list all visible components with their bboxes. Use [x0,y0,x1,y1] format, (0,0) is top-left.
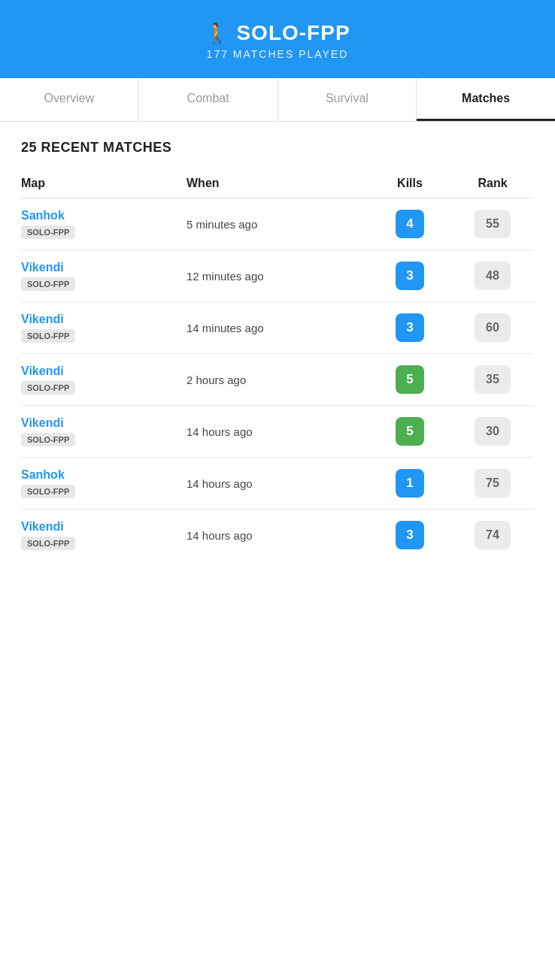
tab-overview[interactable]: Overview [0,78,139,121]
mode-badge: SOLO-FPP [21,485,75,498]
table-row[interactable]: Vikendi SOLO-FPP 14 hours ago 3 74 [21,510,534,561]
header-title-row: 🚶 SOLO-FPP [205,21,350,45]
map-name: Vikendi [21,313,187,326]
table-row[interactable]: Vikendi SOLO-FPP 12 minutes ago 3 48 [21,250,534,302]
table-header: Map When Kills Rank [21,171,534,198]
match-when-col: 12 minutes ago [187,270,368,283]
match-map-col: Sanhok SOLO-FPP [21,468,187,498]
col-header-map: Map [21,177,187,190]
tab-survival[interactable]: Survival [278,78,417,121]
section-title: 25 RECENT MATCHES [21,140,534,156]
map-name: Vikendi [21,261,187,274]
match-when-col: 14 hours ago [187,425,368,438]
match-kills-col: 3 [368,313,451,342]
match-rank-col: 48 [451,262,534,290]
kills-badge: 4 [396,210,424,238]
header-title: SOLO-FPP [236,21,350,45]
table-row[interactable]: Vikendi SOLO-FPP 14 minutes ago 3 60 [21,302,534,354]
rank-badge: 30 [475,417,511,446]
tab-combat[interactable]: Combat [139,78,278,121]
match-when-col: 5 minutes ago [187,218,368,231]
header: 🚶 SOLO-FPP 177 MATCHES PLAYED [0,0,555,78]
match-when-col: 14 minutes ago [187,322,368,334]
rank-badge: 60 [475,313,511,342]
mode-badge: SOLO-FPP [21,433,75,446]
match-map-col: Vikendi SOLO-FPP [21,364,187,395]
match-kills-col: 3 [368,521,451,549]
mode-badge: SOLO-FPP [21,381,75,395]
match-when-col: 14 hours ago [187,529,368,542]
app-container: 🚶 SOLO-FPP 177 MATCHES PLAYED Overview C… [0,0,555,980]
kills-badge: 5 [396,365,424,394]
tab-matches[interactable]: Matches [417,78,555,121]
match-rank-col: 55 [451,210,534,238]
match-when-col: 2 hours ago [187,374,368,386]
col-header-kills: Kills [368,177,451,190]
rank-badge: 35 [475,365,511,394]
tabs-bar: Overview Combat Survival Matches [0,78,555,122]
match-kills-col: 5 [368,417,451,446]
match-rank-col: 74 [451,521,534,549]
mode-badge: SOLO-FPP [21,277,75,291]
kills-badge: 3 [396,262,424,290]
kills-badge: 3 [396,313,424,342]
match-rank-col: 35 [451,365,534,394]
kills-badge: 3 [396,521,424,549]
map-name: Sanhok [21,209,187,222]
table-row[interactable]: Vikendi SOLO-FPP 14 hours ago 5 30 [21,406,534,458]
kills-badge: 1 [396,469,424,498]
match-rank-col: 30 [451,417,534,446]
match-rank-col: 75 [451,469,534,498]
header-subtitle: 177 MATCHES PLAYED [207,48,349,60]
match-kills-col: 1 [368,469,451,498]
match-rank-col: 60 [451,313,534,342]
col-header-when: When [187,177,368,190]
map-name: Vikendi [21,520,187,534]
match-map-col: Sanhok SOLO-FPP [21,209,187,239]
mode-badge: SOLO-FPP [21,537,75,550]
match-map-col: Vikendi SOLO-FPP [21,520,187,550]
rank-badge: 55 [475,210,511,238]
match-map-col: Vikendi SOLO-FPP [21,416,187,446]
main-content: 25 RECENT MATCHES Map When Kills Rank Sa… [0,122,555,579]
walker-icon: 🚶 [205,22,229,45]
match-kills-col: 5 [368,365,451,394]
rank-badge: 75 [475,469,511,498]
match-when-col: 14 hours ago [187,477,368,490]
table-row[interactable]: Sanhok SOLO-FPP 5 minutes ago 4 55 [21,198,534,250]
mode-badge: SOLO-FPP [21,225,75,239]
rank-badge: 48 [475,262,511,290]
map-name: Sanhok [21,468,187,482]
match-map-col: Vikendi SOLO-FPP [21,261,187,291]
map-name: Vikendi [21,364,187,378]
mode-badge: SOLO-FPP [21,329,75,343]
match-kills-col: 3 [368,262,451,290]
table-row[interactable]: Vikendi SOLO-FPP 2 hours ago 5 35 [21,354,534,406]
rank-badge: 74 [475,521,511,549]
kills-badge: 5 [396,417,424,446]
match-kills-col: 4 [368,210,451,238]
match-rows-container: Sanhok SOLO-FPP 5 minutes ago 4 55 Viken… [21,198,534,561]
table-row[interactable]: Sanhok SOLO-FPP 14 hours ago 1 75 [21,458,534,510]
map-name: Vikendi [21,416,187,430]
col-header-rank: Rank [451,177,534,190]
match-map-col: Vikendi SOLO-FPP [21,313,187,343]
